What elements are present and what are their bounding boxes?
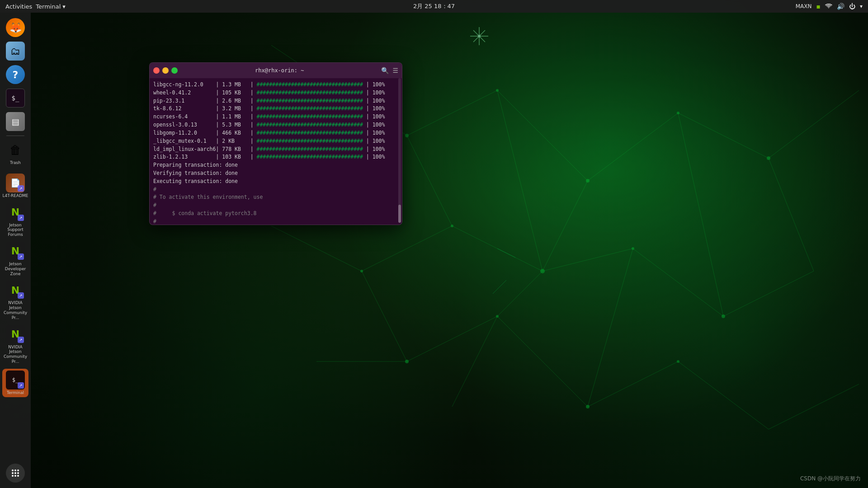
term-line-preparing: Preparing transaction: done (153, 161, 398, 169)
terminal-title: rhx@rhx-orin: ~ (180, 67, 378, 74)
jetson-zoo-label: NVIDIA Jetson Community Pr... (2, 300, 28, 320)
firefox-icon: 🦊 (9, 22, 22, 33)
terminal-scrollbar[interactable] (398, 78, 401, 223)
term-line-activate-msg: # To activate this environment, use (153, 193, 398, 202)
sidebar-item-jetson-zoo[interactable]: N ↗ NVIDIA Jetson Community Pr... (2, 279, 28, 322)
term-line-hash2: # (153, 202, 398, 210)
nvidia-community-label: NVIDIA Jetson Community Pr... (2, 345, 28, 364)
topbar-terminal-chevron: ▾ (62, 3, 66, 10)
power-icon[interactable]: ⏻ (849, 3, 855, 10)
terminal-shortcut-arrow: ↗ (18, 382, 24, 389)
sidebar-item-drawer[interactable]: ▤ (2, 110, 28, 133)
svg-point-55 (12, 475, 14, 477)
term-line-tk: tk-8.6.12 | 3.2 MB | ###################… (153, 105, 398, 113)
l4t-shortcut-arrow: ↗ (18, 185, 24, 192)
nvidia-icon: ▪ (816, 3, 821, 10)
sidebar-item-files[interactable]: 🗂 (2, 40, 28, 62)
term-line-libgcc: libgcc-ng-11.2.0 | 1.3 MB | ############… (153, 81, 398, 89)
nvidia-community-arrow: ↗ (18, 337, 24, 343)
terminal-close-button[interactable] (153, 67, 160, 74)
wifi-icon[interactable] (825, 3, 832, 10)
trash-label: Trash (10, 160, 21, 165)
watermark: CSDN @小阮同学在努力 (800, 475, 861, 483)
drawer-icon: ▤ (11, 117, 19, 127)
topbar-chevron-icon[interactable]: ▾ (860, 3, 863, 9)
dock-separator-1 (6, 136, 24, 136)
svg-point-53 (14, 472, 16, 474)
terminal-small-icon: $_ (12, 94, 19, 102)
terminal-body[interactable]: libgcc-ng-11.2.0 | 1.3 MB | ############… (150, 78, 402, 225)
jetson-support-label: Jetson Support Forums (2, 223, 28, 237)
topbar-right: MAXN ▪ 🔊 ⏻ ▾ (796, 3, 863, 10)
term-line-zlib: zlib-1.2.13 | 103 KB | #################… (153, 153, 398, 161)
svg-rect-41 (0, 0, 868, 488)
term-line-ncurses: ncurses-6.4 | 1.1 MB | #################… (153, 113, 398, 121)
sidebar: 🦊 🗂 ? $_ ▤ 🗑 Trash 📄 ↗ (0, 13, 31, 488)
neural-network-decoration (0, 0, 868, 488)
terminal-menu-icon[interactable]: ☰ (392, 67, 398, 74)
activities-button[interactable]: Activities (5, 3, 32, 10)
svg-point-51 (17, 469, 19, 471)
svg-point-46 (478, 35, 481, 38)
topbar-user: MAXN (796, 3, 812, 9)
term-line-pip: pip-23.3.1 | 2.6 MB | ##################… (153, 97, 398, 105)
terminal-search-icon[interactable]: 🔍 (381, 67, 389, 74)
term-line-wheel: wheel-0.41.2 | 105 KB | ################… (153, 89, 398, 97)
svg-point-50 (14, 469, 16, 471)
terminal-titlebar: rhx@rhx-orin: ~ 🔍 ☰ (150, 63, 402, 78)
jetson-dev-label: Jetson Developer Zone (2, 262, 28, 276)
sidebar-item-terminal-small[interactable]: $_ (2, 87, 28, 109)
topbar: Activities Terminal ▾ 2月 25 18：47 MAXN ▪… (0, 0, 868, 13)
topbar-datetime[interactable]: 2月 25 18：47 (413, 2, 455, 10)
svg-point-54 (17, 472, 19, 474)
svg-point-49 (12, 469, 14, 471)
sidebar-item-terminal[interactable]: $_ ↗ Terminal (2, 369, 28, 397)
term-line-executing: Executing transaction: done (153, 178, 398, 186)
sidebar-item-nvidia-community[interactable]: N ↗ NVIDIA Jetson Community Pr... (2, 323, 28, 366)
term-line-hash3: # (153, 218, 398, 225)
svg-point-52 (12, 472, 14, 474)
app-grid-button[interactable] (6, 464, 25, 483)
term-line-conda-activate: # $ conda activate pytorch3.8 (153, 210, 398, 218)
term-line-libgcc-mutex: _libgcc_mutex-0.1 | 2 KB | #############… (153, 137, 398, 145)
sidebar-item-jetson-dev[interactable]: N ↗ Jetson Developer Zone (2, 240, 28, 278)
jetson-support-arrow: ↗ (18, 215, 24, 221)
trash-icon: 🗑 (9, 143, 21, 157)
terminal-minimize-button[interactable] (162, 67, 169, 74)
sidebar-item-jetson-support[interactable]: N ↗ Jetson Support Forums (2, 201, 28, 239)
sidebar-item-firefox[interactable]: 🦊 (2, 16, 28, 39)
grid-icon (11, 469, 20, 478)
term-line-hash1: # (153, 186, 398, 194)
topbar-terminal-label: Terminal (36, 3, 61, 10)
l4t-label: L4T-README (2, 193, 28, 198)
sound-icon[interactable]: 🔊 (837, 3, 844, 10)
term-line-ld-impl: ld_impl_linux-aarch6| 778 KB | #########… (153, 145, 398, 154)
terminal-scrollbar-thumb (398, 205, 401, 223)
sidebar-item-trash[interactable]: 🗑 Trash (2, 139, 28, 167)
sidebar-item-l4t-readme[interactable]: 📄 ↗ L4T-README (2, 172, 28, 200)
files-icon: 🗂 (10, 46, 20, 57)
term-line-libgomp: libgomp-11.2.0 | 466 KB | ##############… (153, 129, 398, 137)
terminal-dock-icon: $_ (12, 377, 19, 383)
help-icon: ? (13, 69, 19, 80)
sidebar-item-help[interactable]: ? (2, 63, 28, 86)
term-line-openssl: openssl-3.0.13 | 5.3 MB | ##############… (153, 121, 398, 129)
svg-point-56 (14, 475, 16, 477)
terminal-window: rhx@rhx-orin: ~ 🔍 ☰ libgcc-ng-11.2.0 | 1… (149, 62, 402, 225)
topbar-left: Activities Terminal ▾ (5, 3, 66, 10)
terminal-maximize-button[interactable] (171, 67, 178, 74)
topbar-terminal-menu[interactable]: Terminal ▾ (36, 3, 65, 10)
jetson-dev-arrow: ↗ (18, 253, 24, 260)
terminal-dock-label: Terminal (7, 390, 24, 395)
term-line-verifying: Verifying transaction: done (153, 169, 398, 178)
desktop-background (0, 0, 868, 488)
jetson-zoo-arrow: ↗ (18, 292, 24, 299)
svg-point-57 (17, 475, 19, 477)
terminal-title-icons: 🔍 ☰ (381, 67, 398, 74)
